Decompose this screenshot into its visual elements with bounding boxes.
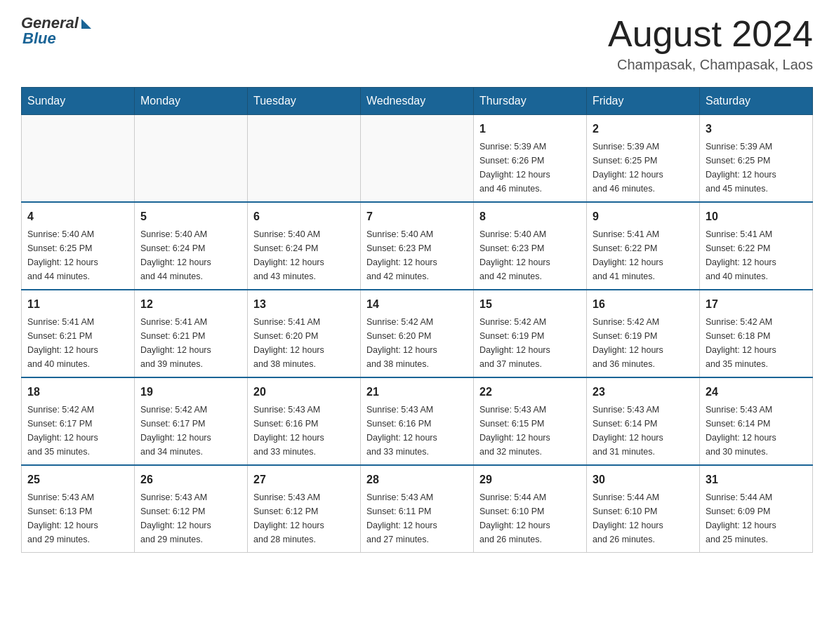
header-friday: Friday — [587, 88, 700, 115]
day-number: 12 — [140, 296, 241, 313]
calendar-day-cell: 24Sunrise: 5:43 AMSunset: 6:14 PMDayligh… — [700, 377, 813, 465]
day-number: 7 — [366, 208, 468, 225]
day-info: Sunrise: 5:42 AMSunset: 6:17 PMDaylight:… — [140, 403, 241, 459]
day-number: 20 — [253, 384, 355, 401]
calendar-day-cell: 10Sunrise: 5:41 AMSunset: 6:22 PMDayligh… — [700, 202, 813, 290]
calendar-day-cell: 19Sunrise: 5:42 AMSunset: 6:17 PMDayligh… — [135, 377, 248, 465]
calendar-day-cell: 27Sunrise: 5:43 AMSunset: 6:12 PMDayligh… — [248, 465, 361, 553]
day-number: 2 — [593, 121, 694, 137]
calendar-week-row: 1Sunrise: 5:39 AMSunset: 6:26 PMDaylight… — [22, 115, 813, 203]
day-info: Sunrise: 5:39 AMSunset: 6:25 PMDaylight:… — [706, 140, 807, 196]
header-thursday: Thursday — [474, 88, 587, 115]
calendar-day-cell: 30Sunrise: 5:44 AMSunset: 6:10 PMDayligh… — [587, 465, 700, 553]
day-info: Sunrise: 5:42 AMSunset: 6:19 PMDaylight:… — [479, 315, 581, 371]
calendar-table: Sunday Monday Tuesday Wednesday Thursday… — [21, 87, 813, 553]
day-number: 17 — [706, 296, 807, 313]
calendar-day-cell: 26Sunrise: 5:43 AMSunset: 6:12 PMDayligh… — [135, 465, 248, 553]
day-info: Sunrise: 5:43 AMSunset: 6:16 PMDaylight:… — [253, 403, 355, 459]
day-info: Sunrise: 5:43 AMSunset: 6:15 PMDaylight:… — [479, 403, 581, 459]
day-number: 8 — [479, 208, 581, 225]
day-info: Sunrise: 5:43 AMSunset: 6:12 PMDaylight:… — [140, 490, 241, 546]
header-tuesday: Tuesday — [248, 88, 361, 115]
logo-blue-text: Blue — [21, 29, 56, 48]
day-info: Sunrise: 5:42 AMSunset: 6:18 PMDaylight:… — [706, 315, 807, 371]
day-info: Sunrise: 5:43 AMSunset: 6:16 PMDaylight:… — [366, 403, 468, 459]
day-info: Sunrise: 5:40 AMSunset: 6:23 PMDaylight:… — [366, 227, 468, 283]
calendar-day-cell: 21Sunrise: 5:43 AMSunset: 6:16 PMDayligh… — [361, 377, 474, 465]
page-header: General Blue August 2024 Champasak, Cham… — [21, 14, 813, 73]
day-number: 9 — [593, 208, 694, 225]
day-number: 21 — [366, 384, 468, 401]
title-section: August 2024 Champasak, Champasak, Laos — [608, 14, 813, 73]
calendar-day-cell: 13Sunrise: 5:41 AMSunset: 6:20 PMDayligh… — [248, 290, 361, 377]
calendar-day-cell: 20Sunrise: 5:43 AMSunset: 6:16 PMDayligh… — [248, 377, 361, 465]
calendar-day-cell: 12Sunrise: 5:41 AMSunset: 6:21 PMDayligh… — [135, 290, 248, 377]
calendar-day-cell: 17Sunrise: 5:42 AMSunset: 6:18 PMDayligh… — [700, 290, 813, 377]
calendar-day-cell — [135, 115, 248, 203]
day-info: Sunrise: 5:39 AMSunset: 6:26 PMDaylight:… — [479, 140, 581, 196]
calendar-day-cell: 4Sunrise: 5:40 AMSunset: 6:25 PMDaylight… — [22, 202, 135, 290]
day-number: 3 — [706, 121, 807, 137]
calendar-day-cell: 31Sunrise: 5:44 AMSunset: 6:09 PMDayligh… — [700, 465, 813, 553]
header-wednesday: Wednesday — [361, 88, 474, 115]
logo: General Blue — [21, 14, 91, 48]
calendar-day-cell — [248, 115, 361, 203]
day-number: 29 — [479, 471, 581, 488]
day-info: Sunrise: 5:41 AMSunset: 6:20 PMDaylight:… — [253, 315, 355, 371]
day-info: Sunrise: 5:41 AMSunset: 6:21 PMDaylight:… — [140, 315, 241, 371]
day-number: 18 — [27, 384, 128, 401]
calendar-day-cell: 8Sunrise: 5:40 AMSunset: 6:23 PMDaylight… — [474, 202, 587, 290]
location: Champasak, Champasak, Laos — [608, 57, 813, 73]
header-monday: Monday — [135, 88, 248, 115]
day-info: Sunrise: 5:43 AMSunset: 6:12 PMDaylight:… — [253, 490, 355, 546]
day-number: 25 — [27, 471, 128, 488]
day-info: Sunrise: 5:40 AMSunset: 6:25 PMDaylight:… — [27, 227, 128, 283]
header-saturday: Saturday — [700, 88, 813, 115]
calendar-day-cell: 3Sunrise: 5:39 AMSunset: 6:25 PMDaylight… — [700, 115, 813, 203]
day-info: Sunrise: 5:41 AMSunset: 6:22 PMDaylight:… — [706, 227, 807, 283]
calendar-day-cell: 11Sunrise: 5:41 AMSunset: 6:21 PMDayligh… — [22, 290, 135, 377]
day-number: 13 — [253, 296, 355, 313]
calendar-day-cell — [22, 115, 135, 203]
day-number: 31 — [706, 471, 807, 488]
calendar-day-cell: 9Sunrise: 5:41 AMSunset: 6:22 PMDaylight… — [587, 202, 700, 290]
calendar-day-cell: 15Sunrise: 5:42 AMSunset: 6:19 PMDayligh… — [474, 290, 587, 377]
calendar-day-cell: 7Sunrise: 5:40 AMSunset: 6:23 PMDaylight… — [361, 202, 474, 290]
day-number: 28 — [366, 471, 468, 488]
day-info: Sunrise: 5:43 AMSunset: 6:11 PMDaylight:… — [366, 490, 468, 546]
calendar-week-row: 4Sunrise: 5:40 AMSunset: 6:25 PMDaylight… — [22, 202, 813, 290]
logo-triangle-icon — [81, 19, 91, 29]
day-info: Sunrise: 5:44 AMSunset: 6:10 PMDaylight:… — [593, 490, 694, 546]
day-info: Sunrise: 5:41 AMSunset: 6:21 PMDaylight:… — [27, 315, 128, 371]
day-number: 23 — [593, 384, 694, 401]
calendar-day-cell: 25Sunrise: 5:43 AMSunset: 6:13 PMDayligh… — [22, 465, 135, 553]
day-number: 26 — [140, 471, 241, 488]
calendar-day-cell: 1Sunrise: 5:39 AMSunset: 6:26 PMDaylight… — [474, 115, 587, 203]
calendar-day-cell: 5Sunrise: 5:40 AMSunset: 6:24 PMDaylight… — [135, 202, 248, 290]
day-number: 5 — [140, 208, 241, 225]
day-info: Sunrise: 5:44 AMSunset: 6:09 PMDaylight:… — [706, 490, 807, 546]
day-number: 10 — [706, 208, 807, 225]
calendar-day-cell: 14Sunrise: 5:42 AMSunset: 6:20 PMDayligh… — [361, 290, 474, 377]
day-number: 16 — [593, 296, 694, 313]
day-info: Sunrise: 5:42 AMSunset: 6:17 PMDaylight:… — [27, 403, 128, 459]
day-number: 14 — [366, 296, 468, 313]
day-info: Sunrise: 5:40 AMSunset: 6:24 PMDaylight:… — [140, 227, 241, 283]
calendar-week-row: 25Sunrise: 5:43 AMSunset: 6:13 PMDayligh… — [22, 465, 813, 553]
day-info: Sunrise: 5:39 AMSunset: 6:25 PMDaylight:… — [593, 140, 694, 196]
day-info: Sunrise: 5:41 AMSunset: 6:22 PMDaylight:… — [593, 227, 694, 283]
day-number: 11 — [27, 296, 128, 313]
calendar-day-cell: 23Sunrise: 5:43 AMSunset: 6:14 PMDayligh… — [587, 377, 700, 465]
calendar-day-cell: 2Sunrise: 5:39 AMSunset: 6:25 PMDaylight… — [587, 115, 700, 203]
day-info: Sunrise: 5:43 AMSunset: 6:14 PMDaylight:… — [593, 403, 694, 459]
calendar-header-row: Sunday Monday Tuesday Wednesday Thursday… — [22, 88, 813, 115]
calendar-day-cell: 22Sunrise: 5:43 AMSunset: 6:15 PMDayligh… — [474, 377, 587, 465]
calendar-week-row: 18Sunrise: 5:42 AMSunset: 6:17 PMDayligh… — [22, 377, 813, 465]
calendar-day-cell: 18Sunrise: 5:42 AMSunset: 6:17 PMDayligh… — [22, 377, 135, 465]
day-number: 30 — [593, 471, 694, 488]
day-info: Sunrise: 5:40 AMSunset: 6:24 PMDaylight:… — [253, 227, 355, 283]
day-number: 27 — [253, 471, 355, 488]
day-number: 24 — [706, 384, 807, 401]
calendar-day-cell: 28Sunrise: 5:43 AMSunset: 6:11 PMDayligh… — [361, 465, 474, 553]
header-sunday: Sunday — [22, 88, 135, 115]
